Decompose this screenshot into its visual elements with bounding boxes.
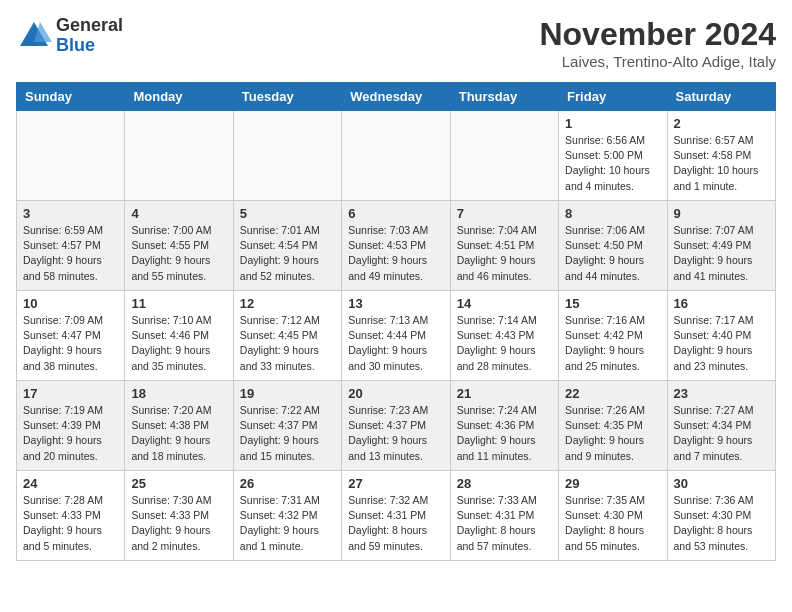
day-info: Sunrise: 7:14 AM Sunset: 4:43 PM Dayligh…	[457, 313, 552, 374]
day-info: Sunrise: 7:03 AM Sunset: 4:53 PM Dayligh…	[348, 223, 443, 284]
day-info: Sunrise: 7:04 AM Sunset: 4:51 PM Dayligh…	[457, 223, 552, 284]
day-info: Sunrise: 6:57 AM Sunset: 4:58 PM Dayligh…	[674, 133, 769, 194]
calendar-cell: 23Sunrise: 7:27 AM Sunset: 4:34 PM Dayli…	[667, 381, 775, 471]
day-number: 11	[131, 296, 226, 311]
day-info: Sunrise: 7:24 AM Sunset: 4:36 PM Dayligh…	[457, 403, 552, 464]
day-info: Sunrise: 7:26 AM Sunset: 4:35 PM Dayligh…	[565, 403, 660, 464]
calendar-cell: 28Sunrise: 7:33 AM Sunset: 4:31 PM Dayli…	[450, 471, 558, 561]
day-info: Sunrise: 6:56 AM Sunset: 5:00 PM Dayligh…	[565, 133, 660, 194]
calendar-cell	[342, 111, 450, 201]
week-row-1: 1Sunrise: 6:56 AM Sunset: 5:00 PM Daylig…	[17, 111, 776, 201]
day-info: Sunrise: 7:23 AM Sunset: 4:37 PM Dayligh…	[348, 403, 443, 464]
day-number: 27	[348, 476, 443, 491]
column-header-friday: Friday	[559, 83, 667, 111]
day-number: 25	[131, 476, 226, 491]
calendar-cell	[125, 111, 233, 201]
day-info: Sunrise: 7:06 AM Sunset: 4:50 PM Dayligh…	[565, 223, 660, 284]
day-number: 28	[457, 476, 552, 491]
day-number: 2	[674, 116, 769, 131]
day-number: 19	[240, 386, 335, 401]
calendar-cell	[233, 111, 341, 201]
day-number: 1	[565, 116, 660, 131]
calendar-cell: 4Sunrise: 7:00 AM Sunset: 4:55 PM Daylig…	[125, 201, 233, 291]
calendar-cell: 24Sunrise: 7:28 AM Sunset: 4:33 PM Dayli…	[17, 471, 125, 561]
day-number: 17	[23, 386, 118, 401]
week-row-5: 24Sunrise: 7:28 AM Sunset: 4:33 PM Dayli…	[17, 471, 776, 561]
day-number: 30	[674, 476, 769, 491]
column-header-thursday: Thursday	[450, 83, 558, 111]
calendar-cell: 22Sunrise: 7:26 AM Sunset: 4:35 PM Dayli…	[559, 381, 667, 471]
day-info: Sunrise: 7:35 AM Sunset: 4:30 PM Dayligh…	[565, 493, 660, 554]
column-header-wednesday: Wednesday	[342, 83, 450, 111]
day-info: Sunrise: 7:17 AM Sunset: 4:40 PM Dayligh…	[674, 313, 769, 374]
day-info: Sunrise: 7:13 AM Sunset: 4:44 PM Dayligh…	[348, 313, 443, 374]
day-number: 26	[240, 476, 335, 491]
day-number: 21	[457, 386, 552, 401]
calendar-cell: 15Sunrise: 7:16 AM Sunset: 4:42 PM Dayli…	[559, 291, 667, 381]
day-info: Sunrise: 7:20 AM Sunset: 4:38 PM Dayligh…	[131, 403, 226, 464]
logo-general-text: General	[56, 15, 123, 35]
title-section: November 2024 Laives, Trentino-Alto Adig…	[539, 16, 776, 70]
calendar-cell: 25Sunrise: 7:30 AM Sunset: 4:33 PM Dayli…	[125, 471, 233, 561]
day-number: 9	[674, 206, 769, 221]
calendar-cell: 12Sunrise: 7:12 AM Sunset: 4:45 PM Dayli…	[233, 291, 341, 381]
calendar-cell: 6Sunrise: 7:03 AM Sunset: 4:53 PM Daylig…	[342, 201, 450, 291]
day-info: Sunrise: 7:32 AM Sunset: 4:31 PM Dayligh…	[348, 493, 443, 554]
day-number: 5	[240, 206, 335, 221]
day-info: Sunrise: 7:00 AM Sunset: 4:55 PM Dayligh…	[131, 223, 226, 284]
day-number: 7	[457, 206, 552, 221]
page-header: General Blue November 2024 Laives, Trent…	[16, 16, 776, 70]
day-info: Sunrise: 6:59 AM Sunset: 4:57 PM Dayligh…	[23, 223, 118, 284]
calendar-cell: 3Sunrise: 6:59 AM Sunset: 4:57 PM Daylig…	[17, 201, 125, 291]
logo-blue-text: Blue	[56, 35, 95, 55]
day-number: 24	[23, 476, 118, 491]
day-number: 22	[565, 386, 660, 401]
calendar-cell: 30Sunrise: 7:36 AM Sunset: 4:30 PM Dayli…	[667, 471, 775, 561]
week-row-2: 3Sunrise: 6:59 AM Sunset: 4:57 PM Daylig…	[17, 201, 776, 291]
logo-icon	[16, 18, 52, 54]
calendar-cell: 2Sunrise: 6:57 AM Sunset: 4:58 PM Daylig…	[667, 111, 775, 201]
day-number: 12	[240, 296, 335, 311]
day-number: 15	[565, 296, 660, 311]
calendar-cell: 17Sunrise: 7:19 AM Sunset: 4:39 PM Dayli…	[17, 381, 125, 471]
day-number: 23	[674, 386, 769, 401]
day-info: Sunrise: 7:10 AM Sunset: 4:46 PM Dayligh…	[131, 313, 226, 374]
column-header-monday: Monday	[125, 83, 233, 111]
day-info: Sunrise: 7:30 AM Sunset: 4:33 PM Dayligh…	[131, 493, 226, 554]
calendar-cell: 7Sunrise: 7:04 AM Sunset: 4:51 PM Daylig…	[450, 201, 558, 291]
day-info: Sunrise: 7:28 AM Sunset: 4:33 PM Dayligh…	[23, 493, 118, 554]
calendar-cell: 20Sunrise: 7:23 AM Sunset: 4:37 PM Dayli…	[342, 381, 450, 471]
calendar-cell: 8Sunrise: 7:06 AM Sunset: 4:50 PM Daylig…	[559, 201, 667, 291]
day-info: Sunrise: 7:27 AM Sunset: 4:34 PM Dayligh…	[674, 403, 769, 464]
calendar-cell: 14Sunrise: 7:14 AM Sunset: 4:43 PM Dayli…	[450, 291, 558, 381]
day-number: 18	[131, 386, 226, 401]
day-info: Sunrise: 7:36 AM Sunset: 4:30 PM Dayligh…	[674, 493, 769, 554]
day-number: 29	[565, 476, 660, 491]
day-info: Sunrise: 7:16 AM Sunset: 4:42 PM Dayligh…	[565, 313, 660, 374]
day-info: Sunrise: 7:19 AM Sunset: 4:39 PM Dayligh…	[23, 403, 118, 464]
column-header-saturday: Saturday	[667, 83, 775, 111]
calendar-cell: 21Sunrise: 7:24 AM Sunset: 4:36 PM Dayli…	[450, 381, 558, 471]
column-header-tuesday: Tuesday	[233, 83, 341, 111]
column-header-sunday: Sunday	[17, 83, 125, 111]
day-info: Sunrise: 7:09 AM Sunset: 4:47 PM Dayligh…	[23, 313, 118, 374]
week-row-4: 17Sunrise: 7:19 AM Sunset: 4:39 PM Dayli…	[17, 381, 776, 471]
week-row-3: 10Sunrise: 7:09 AM Sunset: 4:47 PM Dayli…	[17, 291, 776, 381]
location: Laives, Trentino-Alto Adige, Italy	[539, 53, 776, 70]
calendar-cell	[450, 111, 558, 201]
day-number: 4	[131, 206, 226, 221]
day-info: Sunrise: 7:01 AM Sunset: 4:54 PM Dayligh…	[240, 223, 335, 284]
day-info: Sunrise: 7:33 AM Sunset: 4:31 PM Dayligh…	[457, 493, 552, 554]
calendar-cell	[17, 111, 125, 201]
day-info: Sunrise: 7:12 AM Sunset: 4:45 PM Dayligh…	[240, 313, 335, 374]
day-info: Sunrise: 7:07 AM Sunset: 4:49 PM Dayligh…	[674, 223, 769, 284]
calendar-cell: 11Sunrise: 7:10 AM Sunset: 4:46 PM Dayli…	[125, 291, 233, 381]
day-number: 8	[565, 206, 660, 221]
calendar-header-row: SundayMondayTuesdayWednesdayThursdayFrid…	[17, 83, 776, 111]
day-number: 20	[348, 386, 443, 401]
day-info: Sunrise: 7:22 AM Sunset: 4:37 PM Dayligh…	[240, 403, 335, 464]
calendar-cell: 29Sunrise: 7:35 AM Sunset: 4:30 PM Dayli…	[559, 471, 667, 561]
logo: General Blue	[16, 16, 123, 56]
month-title: November 2024	[539, 16, 776, 53]
day-number: 16	[674, 296, 769, 311]
